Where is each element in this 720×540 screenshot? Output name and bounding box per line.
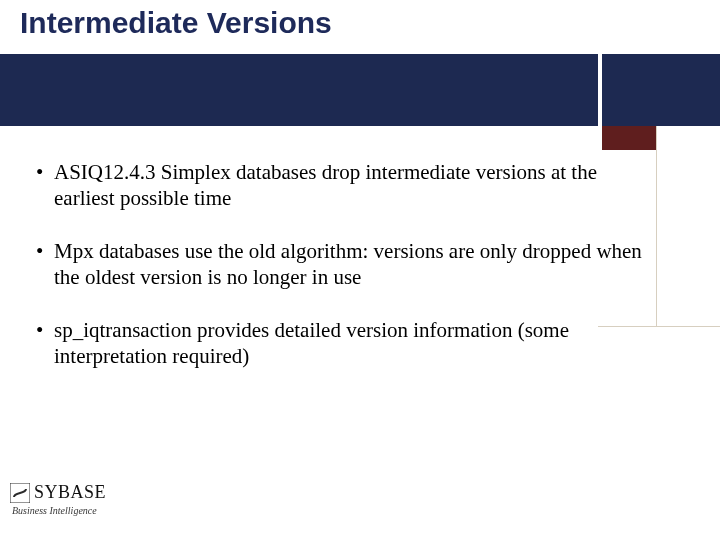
bullet-icon: • bbox=[36, 318, 54, 344]
header-band-gap bbox=[598, 54, 602, 126]
logo-row: SYBASE bbox=[10, 482, 160, 503]
content-area: • ASIQ12.4.3 Simplex databases drop inte… bbox=[36, 160, 656, 398]
header-gap bbox=[0, 126, 602, 150]
list-item: • ASIQ12.4.3 Simplex databases drop inte… bbox=[36, 160, 656, 211]
header-band bbox=[0, 54, 720, 126]
accent-maroon bbox=[602, 126, 656, 150]
slide: Intermediate Versions • ASIQ12.4.3 Simpl… bbox=[0, 0, 720, 540]
bullet-text: ASIQ12.4.3 Simplex databases drop interm… bbox=[54, 160, 656, 211]
list-item: • Mpx databases use the old algorithm: v… bbox=[36, 239, 656, 290]
bullet-icon: • bbox=[36, 239, 54, 265]
logo-mark-icon bbox=[10, 483, 30, 503]
bullet-text: Mpx databases use the old algorithm: ver… bbox=[54, 239, 656, 290]
bullet-icon: • bbox=[36, 160, 54, 186]
list-item: • sp_iqtransaction provides detailed ver… bbox=[36, 318, 656, 369]
logo: SYBASE Business Intelligence bbox=[10, 482, 160, 526]
bullet-text: sp_iqtransaction provides detailed versi… bbox=[54, 318, 656, 369]
title-area: Intermediate Versions bbox=[0, 0, 720, 54]
logo-tagline: Business Intelligence bbox=[12, 505, 160, 516]
accent-vertical-line bbox=[656, 126, 657, 326]
slide-title: Intermediate Versions bbox=[20, 6, 332, 40]
logo-brand: SYBASE bbox=[34, 482, 106, 503]
